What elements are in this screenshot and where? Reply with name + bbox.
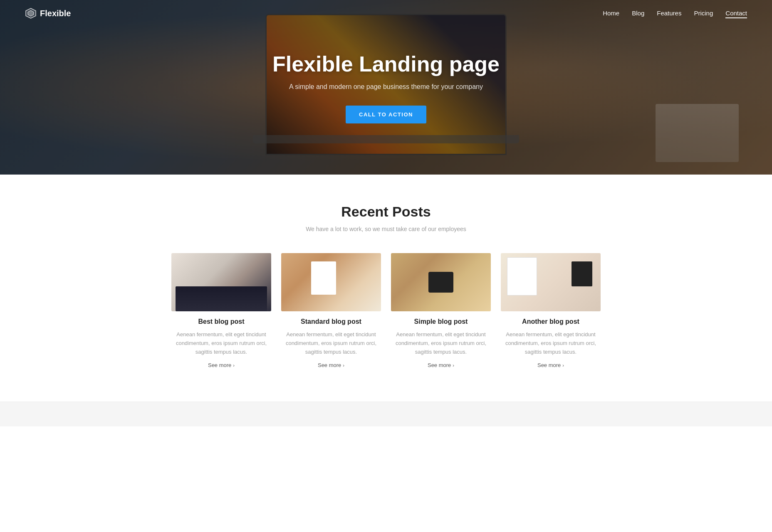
nav-link-blog[interactable]: Blog <box>632 10 644 17</box>
post-card-1: Best blog post Aenean fermentum, elit eg… <box>171 253 271 368</box>
post-excerpt-4: Aenean fermentum, elit eget tincidunt co… <box>501 330 601 356</box>
chevron-right-icon-4: › <box>562 363 564 368</box>
post-image-2 <box>281 253 381 311</box>
recent-posts-section: Recent Posts We have a lot to work, so w… <box>0 175 772 401</box>
post-title-1: Best blog post <box>171 318 271 325</box>
brand-icon <box>25 7 37 19</box>
post-link-label-2: See more <box>318 362 341 368</box>
chevron-right-icon-1: › <box>233 363 235 368</box>
post-card-4: Another blog post Aenean fermentum, elit… <box>501 253 601 368</box>
post-link-label-3: See more <box>428 362 451 368</box>
navbar: Flexible Home Blog Features Pricing Cont… <box>0 0 772 27</box>
post-title-3: Simple blog post <box>391 318 491 325</box>
nav-list: Home Blog Features Pricing Contact <box>603 10 747 17</box>
hero-content: Flexible Landing page A simple and moder… <box>264 52 508 123</box>
section-title: Recent Posts <box>25 204 747 220</box>
hero-title: Flexible Landing page <box>272 52 500 76</box>
post-title-2: Standard blog post <box>281 318 381 325</box>
post-title-4: Another blog post <box>501 318 601 325</box>
nav-item-contact[interactable]: Contact <box>725 10 747 17</box>
post-card-2: Standard blog post Aenean fermentum, eli… <box>281 253 381 368</box>
post-link-2[interactable]: See more › <box>281 362 381 368</box>
nav-item-features[interactable]: Features <box>657 10 681 17</box>
chevron-right-icon-2: › <box>343 363 344 368</box>
nav-item-home[interactable]: Home <box>603 10 619 17</box>
post-link-label-4: See more <box>537 362 561 368</box>
post-image-3 <box>391 253 491 311</box>
post-excerpt-2: Aenean fermentum, elit eget tincidunt co… <box>281 330 381 356</box>
post-link-4[interactable]: See more › <box>501 362 601 368</box>
nav-link-pricing[interactable]: Pricing <box>694 10 713 17</box>
post-link-label-1: See more <box>208 362 231 368</box>
posts-grid: Best blog post Aenean fermentum, elit eg… <box>157 253 615 368</box>
post-image-1 <box>171 253 271 311</box>
footer-bar <box>0 401 772 426</box>
section-subtitle: We have a lot to work, so we must take c… <box>25 226 747 232</box>
post-link-3[interactable]: See more › <box>391 362 491 368</box>
post-link-1[interactable]: See more › <box>171 362 271 368</box>
nav-link-contact[interactable]: Contact <box>725 10 747 18</box>
section-header: Recent Posts We have a lot to work, so w… <box>25 204 747 232</box>
post-excerpt-3: Aenean fermentum, elit eget tincidunt co… <box>391 330 491 356</box>
nav-link-home[interactable]: Home <box>603 10 619 17</box>
nav-link-features[interactable]: Features <box>657 10 681 17</box>
cta-button[interactable]: CALL TO ACTION <box>346 106 426 123</box>
post-image-4 <box>501 253 601 311</box>
brand-name: Flexible <box>40 9 71 18</box>
chevron-right-icon-3: › <box>453 363 454 368</box>
hero-subtitle: A simple and modern one page business th… <box>272 83 500 91</box>
post-card-3: Simple blog post Aenean fermentum, elit … <box>391 253 491 368</box>
post-excerpt-1: Aenean fermentum, elit eget tincidunt co… <box>171 330 271 356</box>
nav-item-blog[interactable]: Blog <box>632 10 644 17</box>
brand-logo[interactable]: Flexible <box>25 7 71 19</box>
nav-item-pricing[interactable]: Pricing <box>694 10 713 17</box>
